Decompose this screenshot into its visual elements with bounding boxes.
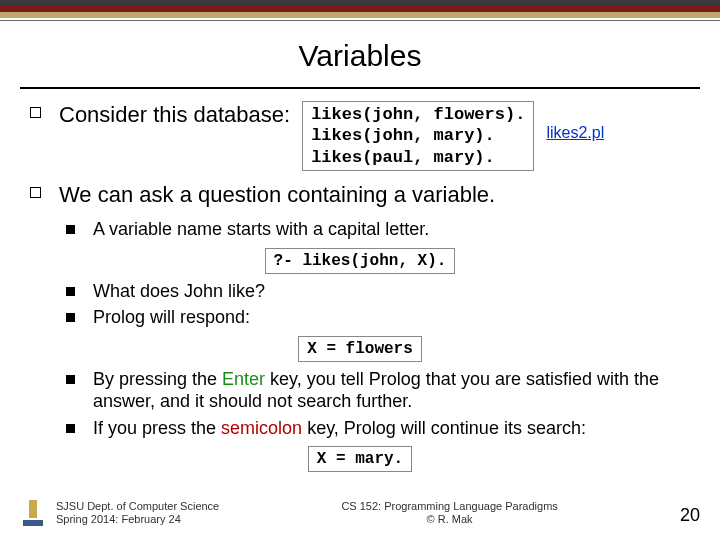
semicolon-key-highlight: semicolon — [221, 418, 302, 438]
footer-left: SJSU Dept. of Computer Science Spring 20… — [20, 500, 219, 526]
response1-code: X = flowers — [298, 336, 422, 362]
bullet-icon — [66, 225, 75, 234]
bullet-consider-database: Consider this database: likes(john, flow… — [30, 101, 690, 171]
response2-code: X = mary. — [308, 446, 412, 472]
footer: SJSU Dept. of Computer Science Spring 20… — [20, 500, 700, 526]
sub-text: Prolog will respond: — [93, 306, 690, 329]
bullet-ask-question: We can ask a question containing a varia… — [30, 181, 690, 209]
bullet-icon — [66, 287, 75, 296]
sub-text-pre: If you press the — [93, 418, 221, 438]
sub-text: What does John like? — [93, 280, 690, 303]
sub-text-pre: By pressing the — [93, 369, 222, 389]
sub-text: A variable name starts with a capital le… — [93, 218, 690, 241]
likes2-link[interactable]: likes2.pl — [546, 123, 604, 143]
footer-course: CS 152: Programming Language Paradigms — [219, 500, 680, 513]
query-code: ?- likes(john, X). — [265, 248, 456, 274]
sub-text-post: key, Prolog will continue its search: — [302, 418, 586, 438]
footer-date: Spring 2014: February 24 — [56, 513, 219, 526]
content-area: Consider this database: likes(john, flow… — [0, 89, 720, 472]
database-code: likes(john, flowers). likes(john, mary).… — [302, 101, 534, 171]
footer-dept: SJSU Dept. of Computer Science — [56, 500, 219, 513]
sub-semicolon-key: If you press the semicolon key, Prolog w… — [66, 417, 690, 440]
sub-enter-key: By pressing the Enter key, you tell Prol… — [66, 368, 690, 413]
bullet-text: Consider this database: — [59, 101, 290, 129]
bullet-text: We can ask a question containing a varia… — [59, 182, 495, 207]
sub-variable-capital: A variable name starts with a capital le… — [66, 218, 690, 241]
sjsu-logo — [20, 500, 46, 526]
response1-box-wrapper: X = flowers — [30, 335, 690, 362]
bullet-icon — [30, 107, 41, 118]
page-number: 20 — [680, 505, 700, 526]
sub-what-like: What does John like? — [66, 280, 690, 303]
title-block: Variables — [0, 21, 720, 79]
bullet-icon — [30, 187, 41, 198]
bullet-icon — [66, 375, 75, 384]
footer-copyright: © R. Mak — [219, 513, 680, 526]
enter-key-highlight: Enter — [222, 369, 265, 389]
query-box-wrapper: ?- likes(john, X). — [30, 247, 690, 274]
decorative-stripes — [0, 0, 720, 21]
sub-prolog-respond: Prolog will respond: — [66, 306, 690, 329]
page-title: Variables — [0, 39, 720, 73]
bullet-icon — [66, 424, 75, 433]
response2-box-wrapper: X = mary. — [30, 445, 690, 472]
bullet-icon — [66, 313, 75, 322]
